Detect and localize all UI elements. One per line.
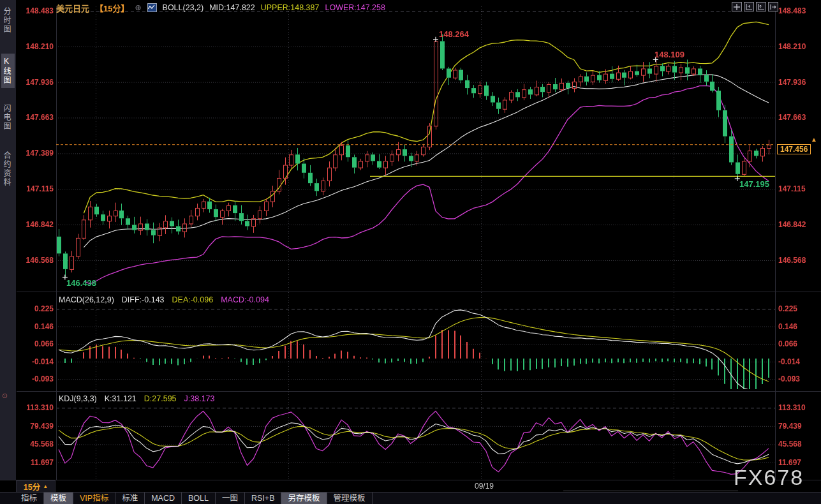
y-axis-label: 147.115 [778, 184, 806, 193]
y-axis-label: 0.225 [778, 304, 797, 313]
export-pane-icon[interactable] [768, 2, 778, 11]
y-axis-label: 148.210 [778, 42, 806, 51]
annotation-high-peak: 148.264 [439, 29, 469, 39]
y-axis-label: 148.483 [778, 6, 806, 15]
annotation-low-start: 146.438 [66, 278, 96, 288]
y-axis-label: 0.066 [18, 339, 54, 348]
y-axis-label: 79.439 [18, 422, 54, 431]
y-axis-label: 11.697 [18, 458, 54, 467]
annotation-high-recent: 148.109 [655, 50, 684, 59]
y-axis-label: 146.842 [18, 220, 54, 229]
y-axis-label: 148.210 [18, 42, 54, 51]
timeframe-selector[interactable]: 15分 ▲ [16, 480, 55, 493]
macd-diff-value: DIFF:-0.143 [122, 295, 165, 304]
bottom-tab-bar: 指标模板VIP指标标准MACDBOLL一图RSI+B另存模板管理模板 [0, 492, 821, 504]
zoom-x-axis-icon[interactable] [744, 2, 754, 11]
y-axis-label: 45.568 [18, 440, 54, 448]
watermark: FX678 [734, 465, 804, 490]
tab-vip-indicator[interactable]: VIP指标 [73, 493, 115, 504]
y-axis-label: 148.483 [18, 6, 54, 15]
y-axis-label: 147.936 [778, 78, 806, 87]
zoom-y-axis-icon[interactable] [756, 2, 766, 11]
price-marker-arrow-icon: ▲ [811, 136, 817, 143]
y-axis-label: 0.225 [18, 304, 54, 313]
interval-label: 【15分】 [95, 2, 129, 14]
chart-header: 美元日元 【15分】 ⊕ BOLL(23,2) MID:147.822 UPPE… [56, 2, 385, 13]
y-axis-label: 147.389 [18, 149, 54, 158]
y-axis-label: 147.115 [18, 184, 54, 193]
y-axis-label: 113.310 [18, 403, 54, 412]
y-axis-label: 113.310 [778, 403, 806, 412]
macd-header: MACD(26,12,9) DIFF:-0.143 DEA:-0.096 MAC… [59, 295, 269, 304]
tab-standard[interactable]: 标准 [115, 493, 145, 504]
boll-mid-value: MID:147.822 [209, 3, 255, 12]
y-axis-label: 0.146 [18, 322, 54, 331]
expand-icon[interactable]: ⊕ [135, 3, 141, 12]
y-axis-label: 146.842 [778, 220, 806, 229]
indicator-settings-icon[interactable]: ⊙ [2, 392, 8, 400]
y-axis-label: 146.568 [18, 256, 54, 265]
x-axis-date-label: 09/19 [475, 482, 494, 491]
y-axis-label: 79.439 [778, 422, 802, 431]
macd-params-label: MACD(26,12,9) [59, 295, 114, 304]
kdj-header: KDJ(9,3,3) K:31.121 D:27.595 J:38.173 [59, 394, 215, 403]
y-axis-label: 147.663 [18, 113, 54, 122]
macd-hist-value: MACD:-0.094 [221, 295, 269, 304]
sidebar-nav: 分时图K线图闪电图合约资料 [0, 0, 17, 480]
trading-app-window: 分时图K线图闪电图合约资料 美元日元 【15分】 ⊕ BOLL(23,2) MI… [0, 0, 821, 504]
y-axis-label: 147.936 [18, 78, 54, 87]
tab-macd[interactable]: MACD [145, 493, 182, 504]
crosshair-tool-icon[interactable] [732, 2, 742, 11]
boll-params-label: BOLL(23,2) [163, 3, 204, 12]
tab-boll[interactable]: BOLL [182, 493, 216, 504]
kdj-k-value: K:31.121 [105, 394, 137, 403]
y-axis-label: 146.568 [778, 256, 806, 265]
y-axis-label: 45.568 [778, 440, 802, 448]
boll-indicator-icon [147, 3, 157, 12]
tab-indicator[interactable]: 指标 [15, 493, 44, 504]
sidebar-item-time-chart[interactable]: 分时图 [1, 4, 15, 37]
tab-manage-template[interactable]: 管理模板 [327, 493, 373, 504]
y-axis-label: 147.663 [778, 113, 806, 122]
chevron-up-icon: ▲ [43, 484, 48, 489]
tab-one-chart[interactable]: 一图 [216, 493, 245, 504]
chart-canvas[interactable] [0, 0, 821, 504]
sidebar-item-kline-chart[interactable]: K线图 [1, 54, 15, 88]
tab-template[interactable]: 模板 [44, 493, 73, 504]
y-axis-label: -0.093 [778, 374, 800, 383]
annotation-low-recent: 147.195 [739, 179, 769, 189]
y-axis-label: -0.014 [18, 357, 54, 366]
macd-dea-value: DEA:-0.096 [172, 295, 214, 304]
boll-upper-value: UPPER:148.387 [261, 3, 320, 12]
y-axis-label: -0.014 [778, 357, 800, 366]
sidebar-item-contract-info[interactable]: 合约资料 [1, 148, 15, 190]
tab-save-template[interactable]: 另存模板 [281, 493, 327, 504]
timeframe-label: 15分 [24, 480, 40, 493]
boll-lower-value: LOWER:147.258 [325, 3, 385, 12]
sidebar-item-flash-chart[interactable]: 闪电图 [1, 101, 15, 134]
symbol-title: 美元日元 [56, 2, 89, 14]
y-axis-label: -0.093 [18, 374, 54, 383]
kdj-params-label: KDJ(9,3,3) [59, 394, 97, 403]
current-price-tag: 147.456 [777, 144, 811, 154]
y-axis-label: 0.066 [778, 339, 797, 348]
kdj-d-value: D:27.595 [144, 394, 177, 403]
tab-rsi-b[interactable]: RSI+B [245, 493, 281, 504]
y-axis-label: 0.146 [778, 322, 797, 331]
chart-toolbar [732, 2, 778, 11]
kdj-j-value: J:38.173 [184, 394, 215, 403]
